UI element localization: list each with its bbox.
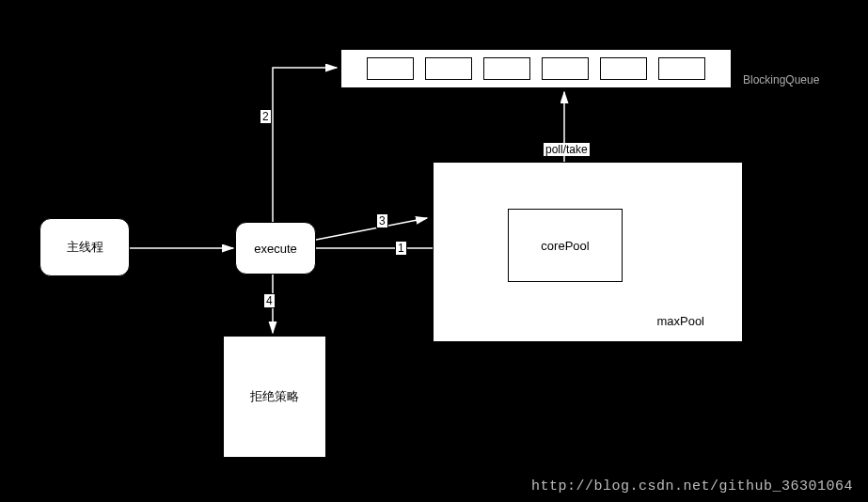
node-max-pool-label: maxPool bbox=[656, 314, 704, 328]
queue-slot bbox=[367, 57, 414, 80]
edge-label-2: 2 bbox=[260, 109, 272, 124]
node-core-pool-label: corePool bbox=[541, 239, 589, 253]
watermark-text: http://blog.csdn.net/github_36301064 bbox=[531, 478, 853, 494]
edge-label-poll-take: poll/take bbox=[544, 143, 590, 156]
node-execute: execute bbox=[235, 222, 316, 275]
edge-label-1: 1 bbox=[395, 241, 407, 256]
queue-slot bbox=[425, 57, 472, 80]
node-execute-label: execute bbox=[254, 242, 297, 256]
edge-label-3: 3 bbox=[376, 213, 388, 228]
svg-line-1 bbox=[316, 218, 427, 240]
node-core-pool: corePool bbox=[508, 209, 623, 282]
node-main-thread: 主线程 bbox=[39, 218, 130, 276]
queue-slot bbox=[483, 57, 530, 80]
node-main-thread-label: 主线程 bbox=[67, 239, 103, 256]
queue-slot bbox=[600, 57, 647, 80]
node-reject-policy-label: 拒绝策略 bbox=[250, 388, 299, 405]
node-blocking-queue bbox=[340, 49, 732, 88]
queue-slot bbox=[658, 57, 705, 80]
node-blocking-queue-label: BlockingQueue bbox=[743, 73, 819, 86]
node-reject-policy: 拒绝策略 bbox=[223, 336, 326, 458]
edge-label-4: 4 bbox=[263, 293, 276, 308]
queue-slot bbox=[542, 57, 589, 80]
